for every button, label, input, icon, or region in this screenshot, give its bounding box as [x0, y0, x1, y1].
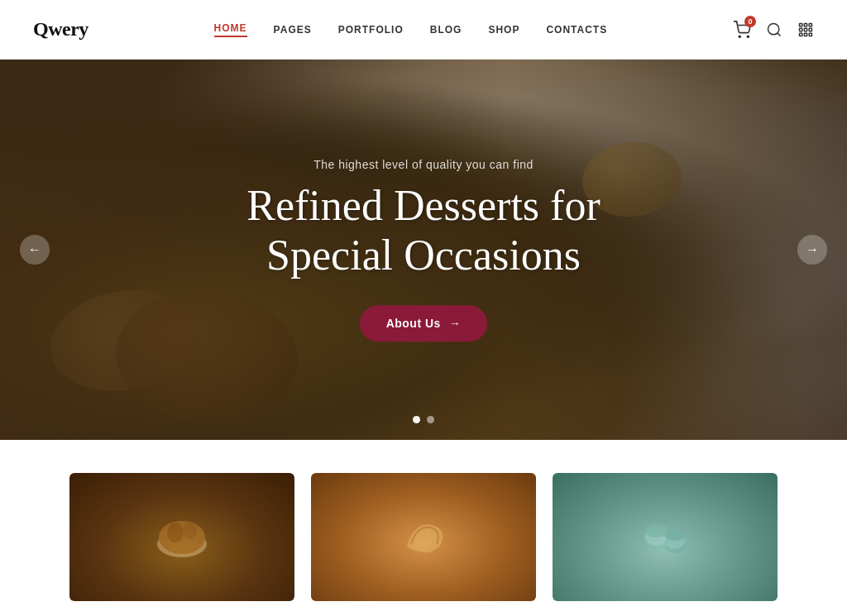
cart-badge: 0 [744, 16, 756, 27]
card-macarons[interactable] [553, 473, 778, 601]
svg-rect-7 [800, 28, 802, 31]
hero-cta-button[interactable]: About Us → [360, 305, 488, 341]
svg-point-16 [184, 523, 197, 539]
hero-dots [413, 416, 434, 423]
header-icons: 0 [733, 21, 814, 39]
main-nav: HOME PAGES PORTFOLIO BLOG SHOP CONTACTS [214, 22, 608, 37]
svg-rect-4 [800, 23, 802, 26]
svg-rect-10 [800, 33, 802, 36]
hero-next-button[interactable]: → [797, 235, 827, 265]
hero-content: The highest level of quality you can fin… [192, 158, 655, 341]
hero-dot-1[interactable] [413, 416, 420, 423]
hero-prev-button[interactable]: ← [20, 235, 50, 265]
hero-section: ← → The highest level of quality you can… [0, 60, 847, 440]
svg-rect-8 [804, 28, 806, 31]
grid-menu-button[interactable] [797, 21, 814, 38]
svg-rect-9 [809, 28, 811, 31]
nav-blog[interactable]: BLOG [430, 24, 462, 36]
svg-rect-5 [804, 23, 806, 26]
nav-portfolio[interactable]: PORTFOLIO [338, 24, 404, 36]
nav-home[interactable]: HOME [214, 22, 247, 37]
svg-point-1 [747, 36, 749, 37]
svg-rect-11 [804, 33, 806, 36]
hero-cta-label: About Us [386, 317, 441, 330]
svg-point-0 [739, 36, 740, 37]
nav-contacts[interactable]: CONTACTS [546, 24, 607, 36]
svg-point-22 [665, 529, 685, 541]
nav-pages[interactable]: PAGES [274, 24, 312, 36]
search-button[interactable] [766, 21, 782, 38]
nav-shop[interactable]: SHOP [488, 24, 519, 36]
card-bread[interactable] [69, 473, 294, 601]
card-croissant[interactable] [311, 473, 536, 601]
site-header: Qwery HOME PAGES PORTFOLIO BLOG SHOP CON… [0, 0, 847, 60]
site-logo[interactable]: Qwery [33, 18, 89, 41]
hero-dot-2[interactable] [427, 416, 434, 423]
svg-rect-12 [809, 33, 811, 36]
svg-point-2 [768, 23, 779, 34]
svg-rect-6 [809, 23, 811, 26]
cart-button[interactable]: 0 [733, 21, 751, 39]
svg-line-3 [778, 32, 781, 36]
hero-cta-arrow: → [449, 317, 462, 330]
hero-title: Refined Desserts for Special Occasions [192, 181, 655, 280]
svg-point-19 [645, 524, 668, 537]
feature-cards [0, 440, 847, 601]
svg-point-15 [167, 523, 184, 542]
hero-subtitle: The highest level of quality you can fin… [192, 158, 655, 171]
